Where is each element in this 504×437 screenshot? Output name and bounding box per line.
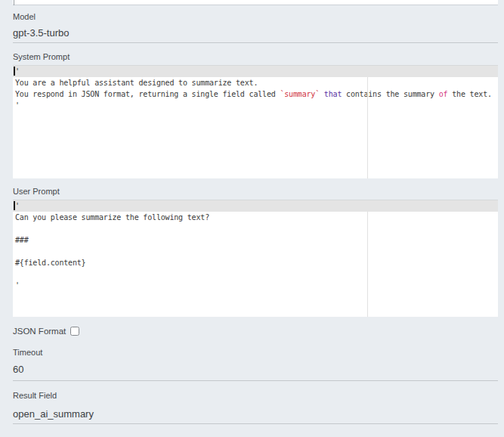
- code-line: You respond in JSON format, returning a …: [13, 88, 498, 100]
- code-token: ': [15, 202, 20, 210]
- code-line: ': [13, 66, 498, 77]
- code-token: the text.: [447, 90, 491, 98]
- user-prompt-editor[interactable]: 'Can you please summarize the following …: [13, 200, 498, 317]
- system-prompt-editor[interactable]: 'You are a helpful assistant designed to…: [13, 65, 498, 178]
- code-line: #{field.content}: [13, 257, 498, 268]
- json-format-label: JSON Format: [13, 327, 66, 336]
- system-prompt-label: System Prompt: [13, 52, 498, 62]
- user-prompt-label: User Prompt: [13, 187, 498, 197]
- text-cursor: [14, 67, 15, 76]
- code-line: [13, 268, 498, 280]
- code-line: ': [13, 280, 498, 291]
- previous-field-remnant: [13, 0, 498, 5]
- model-label: Model: [13, 12, 498, 22]
- code-token: ###: [15, 236, 29, 244]
- timeout-input[interactable]: 60: [13, 364, 498, 375]
- code-token-keyword: that: [324, 90, 342, 98]
- code-line: ': [13, 100, 498, 111]
- result-field-input-underline: [13, 423, 498, 424]
- code-token: ': [15, 67, 20, 76]
- print-margin-rule: [367, 66, 368, 178]
- json-format-row: JSON Format: [13, 326, 498, 336]
- code-token: ': [15, 101, 20, 110]
- code-line: ': [13, 200, 498, 212]
- code-line: You are a helpful assistant designed to …: [13, 77, 498, 88]
- code-token: ': [15, 281, 20, 290]
- code-token-atom: of: [439, 90, 448, 98]
- result-field-input[interactable]: open_ai_summary: [13, 408, 498, 420]
- code-token: You are a helpful assistant designed to …: [15, 79, 258, 87]
- code-line: Can you please summarize the following t…: [13, 212, 498, 223]
- model-input[interactable]: gpt-3.5-turbo: [13, 27, 498, 39]
- timeout-label: Timeout: [13, 348, 498, 358]
- code-line: [13, 223, 498, 234]
- remnant-border: [14, 0, 14, 5]
- code-line: [13, 246, 498, 257]
- code-line: ###: [13, 234, 498, 246]
- text-cursor: [14, 201, 15, 210]
- openai-config-form: Model gpt-3.5-turbo System Prompt 'You a…: [0, 0, 504, 437]
- model-input-underline: [13, 42, 498, 43]
- print-margin-rule: [367, 200, 368, 317]
- json-format-checkbox[interactable]: [70, 327, 79, 336]
- code-token: You respond in JSON format, returning a …: [15, 90, 280, 98]
- code-token: Can you please summarize the following t…: [15, 213, 209, 222]
- timeout-input-underline: [13, 380, 498, 381]
- code-token-string: `summary`: [280, 90, 320, 98]
- code-token: #{field.content}: [15, 259, 85, 267]
- code-token: contains the summary: [342, 90, 439, 98]
- result-field-label: Result Field: [13, 391, 498, 401]
